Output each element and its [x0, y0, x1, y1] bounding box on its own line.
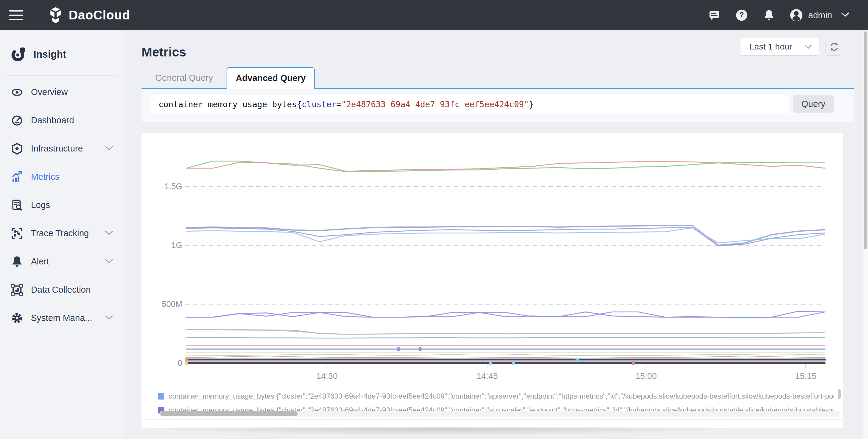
sidebar-item-alert[interactable]: Alert	[0, 247, 124, 276]
legend-label: container_memory_usage_bytes {"cluster":…	[168, 392, 834, 401]
sidebar-item-infrastructure[interactable]: Infrastructure	[0, 134, 124, 163]
time-range-select[interactable]: Last 1 hour	[740, 38, 819, 56]
trace-icon	[10, 227, 24, 240]
chevron-down-icon	[105, 146, 113, 152]
query-tabs: General Query Advanced Query	[142, 66, 854, 89]
sidebar-item-logs[interactable]: Logs	[0, 191, 124, 219]
sidebar-item-overview[interactable]: Overview	[0, 78, 124, 106]
card-bottom-shadow	[142, 428, 854, 439]
infrastructure-icon	[10, 142, 24, 155]
query-label-value: "2e487633-69a4-4de7-93fc-eef5ee424c09"	[341, 100, 529, 109]
logs-icon	[10, 198, 24, 212]
legend-item[interactable]: container_memory_usage_bytes {"cluster":…	[158, 390, 834, 402]
chart-card: 1.5G1G500M014:3014:4515:0015:15 containe…	[142, 133, 843, 428]
sidebar-item-label: Metrics	[31, 172, 59, 182]
page-scrollbar-track[interactable]	[863, 30, 868, 439]
svg-text:500M: 500M	[162, 300, 182, 309]
main-content: Metrics Last 1 hour General Query Advanc…	[124, 30, 863, 439]
tab-general-query[interactable]: General Query	[142, 67, 226, 89]
page-scrollbar-thumb[interactable]	[864, 31, 867, 249]
svg-text:1G: 1G	[171, 241, 182, 250]
svg-text:14:30: 14:30	[316, 371, 337, 381]
legend-scrollbar[interactable]	[838, 389, 841, 410]
sidebar-item-label: Logs	[31, 200, 50, 210]
dashboard-icon	[10, 114, 24, 127]
sidebar-item-label: Data Collection	[31, 285, 91, 295]
metrics-icon	[10, 170, 24, 184]
svg-text:1.5G: 1.5G	[164, 182, 182, 191]
username-label: admin	[808, 10, 832, 20]
svg-text:?: ?	[740, 11, 744, 19]
metrics-line-chart[interactable]: 1.5G1G500M014:3014:4515:0015:15	[142, 133, 843, 428]
product-header: Insight	[0, 30, 124, 67]
svg-text:0: 0	[178, 358, 182, 368]
sidebar-item-label: Dashboard	[31, 115, 74, 125]
insight-logo-icon	[10, 46, 27, 63]
promql-query-input[interactable]: container_memory_usage_bytes{cluster="2e…	[151, 95, 789, 113]
legend-swatch	[158, 393, 164, 400]
user-avatar[interactable]	[789, 8, 803, 22]
svg-text:15:00: 15:00	[636, 371, 657, 381]
tab-advanced-query[interactable]: Advanced Query	[226, 67, 315, 89]
refresh-icon	[829, 41, 840, 52]
product-name: Insight	[33, 49, 66, 60]
collection-icon	[10, 283, 24, 296]
scrollbar-thumb[interactable]	[160, 411, 298, 416]
sidebar-nav: Overview Dashboard Infrastructure Metric…	[0, 78, 124, 332]
svg-text:14:45: 14:45	[476, 371, 498, 381]
gear-icon	[10, 312, 24, 325]
query-label-key: cluster	[302, 100, 336, 109]
user-menu-chevron-down-icon[interactable]	[841, 11, 850, 19]
sidebar-item-label: Infrastructure	[31, 144, 83, 154]
chevron-down-icon	[105, 230, 113, 237]
legend-horizontal-scrollbar[interactable]	[160, 411, 840, 416]
brand-name: DaoCloud	[69, 8, 130, 23]
help-icon[interactable]: ?	[735, 8, 749, 22]
sidebar-item-trace-tracking[interactable]: Trace Tracking	[0, 219, 124, 247]
sidebar: Insight Overview Dashboard Infrastructur…	[0, 30, 124, 439]
select-chevron-down-icon	[804, 44, 812, 50]
sidebar-item-label: Overview	[31, 87, 68, 97]
notifications-bell-icon[interactable]	[762, 8, 776, 22]
time-range-value: Last 1 hour	[749, 42, 792, 52]
page-title: Metrics	[142, 45, 186, 60]
refresh-button[interactable]	[825, 38, 843, 56]
query-metric-text: container_memory_usage_bytes{	[158, 100, 302, 109]
sidebar-item-dashboard[interactable]: Dashboard	[0, 106, 124, 134]
legend-separator	[142, 419, 843, 419]
query-button[interactable]: Query	[793, 95, 834, 113]
eye-icon	[10, 86, 24, 99]
svg-text:15:15: 15:15	[795, 371, 816, 381]
sidebar-item-label: System Mana...	[31, 313, 92, 323]
sidebar-item-data-collection[interactable]: Data Collection	[0, 276, 124, 304]
chevron-down-icon	[105, 315, 113, 321]
daocloud-logo-icon	[47, 6, 64, 24]
brand[interactable]: DaoCloud	[47, 6, 130, 24]
sidebar-item-system-mana[interactable]: System Mana...	[0, 304, 124, 332]
sidebar-item-label: Alert	[31, 256, 49, 266]
bell-icon	[10, 255, 24, 269]
sidebar-item-metrics[interactable]: Metrics	[0, 163, 124, 191]
sidebar-item-label: Trace Tracking	[31, 228, 89, 238]
sidebar-divider	[5, 75, 118, 75]
top-bar: DaoCloud ?	[0, 0, 868, 30]
messages-icon[interactable]	[707, 8, 721, 22]
chevron-down-icon	[105, 258, 113, 265]
hamburger-menu-icon[interactable]	[9, 10, 23, 20]
